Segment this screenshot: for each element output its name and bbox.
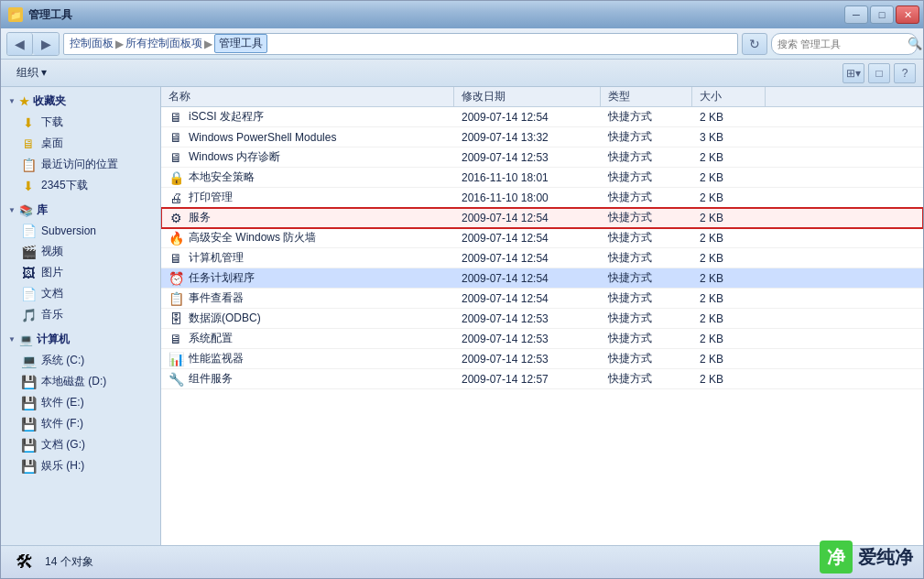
desktop-icon: 🖥 — [21, 137, 36, 151]
file-cell-name: ⏰ 任务计划程序 — [161, 270, 454, 286]
refresh-button[interactable]: ↻ — [742, 33, 767, 55]
file-icon: 🔧 — [168, 372, 183, 387]
file-cell-type: 快捷方式 — [601, 109, 692, 125]
file-cell-name: 🖨 打印管理 — [161, 190, 454, 205]
maximize-button[interactable]: □ — [870, 5, 894, 24]
table-row[interactable]: 🖨 打印管理 2016-11-10 18:00 快捷方式 2 KB — [161, 188, 923, 208]
file-name: 组件服务 — [189, 371, 233, 387]
address-path[interactable]: 控制面板 ▶ 所有控制面板项 ▶ 管理工具 — [63, 33, 738, 55]
sidebar-item-h[interactable]: 💾 娱乐 (H:) — [1, 455, 160, 476]
file-cell-name: 🖥 系统配置 — [161, 331, 454, 346]
sidebar-item-c[interactable]: 💻 系统 (C:) — [1, 350, 160, 371]
drive-g-icon: 💾 — [21, 438, 36, 453]
favorites-icon: ★ — [19, 95, 29, 108]
col-header-date[interactable]: 修改日期 — [454, 87, 601, 106]
sidebar-item-recent[interactable]: 📋 最近访问的位置 — [1, 154, 160, 175]
sidebar-item-c-label: 系统 (C:) — [41, 353, 84, 368]
forward-button[interactable]: ▶ — [33, 33, 59, 55]
main-content: ▼ ★ 收藏夹 ⬇ 下载 🖥 桌面 📋 最近访问的位置 ⬇ — [1, 87, 923, 545]
organize-button[interactable]: 组织 ▾ — [8, 63, 55, 83]
nav-buttons: ◀ ▶ — [6, 32, 60, 56]
sidebar-item-2345-label: 2345下载 — [41, 178, 88, 193]
table-row[interactable]: 🖥 Windows PowerShell Modules 2009-07-14 … — [161, 127, 923, 147]
table-row[interactable]: 📊 性能监视器 2009-07-14 12:53 快捷方式 2 KB — [161, 349, 923, 369]
sidebar-item-f[interactable]: 💾 软件 (F:) — [1, 413, 160, 434]
file-cell-size: 2 KB — [692, 333, 766, 345]
favorites-header[interactable]: ▼ ★ 收藏夹 — [1, 91, 160, 112]
window-icon: 📁 — [8, 7, 23, 22]
table-row[interactable]: 🖥 系统配置 2009-07-14 12:53 快捷方式 2 KB — [161, 329, 923, 349]
computer-icon: 💻 — [19, 333, 33, 346]
sidebar-item-e[interactable]: 💾 软件 (E:) — [1, 392, 160, 413]
sidebar-item-d-label: 本地磁盘 (D:) — [41, 374, 106, 389]
computer-header[interactable]: ▼ 💻 计算机 — [1, 329, 160, 350]
table-row[interactable]: 🔥 高级安全 Windows 防火墙 2009-07-14 12:54 快捷方式… — [161, 228, 923, 248]
file-icon: 🖥 — [168, 332, 183, 346]
back-button[interactable]: ◀ — [7, 33, 33, 55]
view-layout-button[interactable]: □ — [868, 63, 890, 83]
2345-icon: ⬇ — [21, 179, 36, 193]
library-label: 库 — [37, 202, 48, 218]
table-row[interactable]: 🖥 计算机管理 2009-07-14 12:54 快捷方式 2 KB — [161, 248, 923, 268]
file-icon: 🔒 — [168, 170, 183, 185]
sidebar-item-desktop[interactable]: 🖥 桌面 — [1, 133, 160, 154]
drive-c-icon: 💻 — [21, 354, 36, 368]
sidebar-item-music[interactable]: 🎵 音乐 — [1, 304, 160, 325]
file-cell-date: 2009-07-14 12:53 — [454, 151, 601, 164]
sidebar-item-pictures-label: 图片 — [41, 265, 63, 280]
file-cell-size: 2 KB — [692, 272, 766, 285]
video-icon: 🎬 — [21, 245, 36, 259]
view-toggle-button[interactable]: ⊞▾ — [842, 63, 864, 83]
watermark-text: 爱纯净 — [858, 545, 913, 570]
file-name: Windows PowerShell Modules — [189, 131, 336, 144]
col-header-name[interactable]: 名称 — [161, 87, 454, 106]
file-icon: 🖨 — [168, 191, 183, 205]
close-button[interactable]: ✕ — [896, 5, 919, 24]
file-cell-name: 🔧 组件服务 — [161, 371, 454, 387]
table-row[interactable]: 🖥 Windows 内存诊断 2009-07-14 12:53 快捷方式 2 K… — [161, 147, 923, 168]
file-cell-size: 2 KB — [692, 151, 766, 164]
file-cell-type: 快捷方式 — [601, 311, 692, 326]
sidebar-item-pictures[interactable]: 🖼 图片 — [1, 262, 160, 283]
file-cell-name: 🗄 数据源(ODBC) — [161, 311, 454, 326]
file-name: 服务 — [189, 210, 211, 225]
sidebar-item-d[interactable]: 💾 本地磁盘 (D:) — [1, 371, 160, 392]
sidebar-item-g-label: 文档 (G:) — [41, 437, 85, 453]
file-cell-type: 快捷方式 — [601, 351, 692, 366]
computer-label: 计算机 — [37, 332, 70, 347]
col-header-size[interactable]: 大小 — [692, 87, 766, 106]
sidebar-item-music-label: 音乐 — [41, 307, 63, 322]
sidebar-item-g[interactable]: 💾 文档 (G:) — [1, 434, 160, 455]
sidebar-section-library: ▼ 📚 库 📄 Subversion 🎬 视频 🖼 图片 📄 — [1, 200, 160, 325]
sidebar-item-video[interactable]: 🎬 视频 — [1, 241, 160, 262]
file-cell-date: 2009-07-14 12:53 — [454, 333, 601, 345]
col-header-type[interactable]: 类型 — [601, 87, 692, 106]
sidebar-item-subversion[interactable]: 📄 Subversion — [1, 221, 160, 241]
table-row[interactable]: 🔒 本地安全策略 2016-11-10 18:01 快捷方式 2 KB — [161, 168, 923, 188]
search-icon[interactable]: 🔍 — [908, 37, 922, 50]
table-row[interactable]: ⏰ 任务计划程序 2009-07-14 12:54 快捷方式 2 KB — [161, 268, 923, 289]
file-cell-name: 🖥 iSCSI 发起程序 — [161, 109, 454, 125]
path-segment-2[interactable]: 所有控制面板项 — [125, 36, 202, 51]
minimize-button[interactable]: ─ — [844, 5, 868, 24]
file-cell-date: 2009-07-14 12:53 — [454, 312, 601, 325]
table-row[interactable]: 🖥 iSCSI 发起程序 2009-07-14 12:54 快捷方式 2 KB — [161, 107, 923, 127]
table-row[interactable]: ⚙ 服务 2009-07-14 12:54 快捷方式 2 KB — [161, 208, 923, 228]
library-arrow: ▼ — [8, 206, 16, 214]
path-current[interactable]: 管理工具 — [214, 34, 267, 53]
file-name: 性能监视器 — [189, 351, 244, 366]
table-row[interactable]: 🗄 数据源(ODBC) 2009-07-14 12:53 快捷方式 2 KB — [161, 309, 923, 329]
search-input[interactable] — [777, 38, 904, 49]
file-cell-date: 2016-11-10 18:01 — [454, 171, 601, 184]
table-row[interactable]: 📋 事件查看器 2009-07-14 12:54 快捷方式 2 KB — [161, 289, 923, 309]
file-cell-date: 2009-07-14 12:54 — [454, 111, 601, 124]
help-button[interactable]: ? — [894, 63, 916, 83]
sidebar-item-2345[interactable]: ⬇ 2345下载 — [1, 175, 160, 196]
sidebar-item-docs[interactable]: 📄 文档 — [1, 283, 160, 304]
file-cell-date: 2009-07-14 12:54 — [454, 292, 601, 305]
library-header[interactable]: ▼ 📚 库 — [1, 200, 160, 221]
search-box[interactable]: 🔍 — [771, 33, 918, 55]
sidebar-item-download[interactable]: ⬇ 下载 — [1, 112, 160, 133]
path-segment-1[interactable]: 控制面板 — [70, 36, 114, 51]
table-row[interactable]: 🔧 组件服务 2009-07-14 12:57 快捷方式 2 KB — [161, 369, 923, 389]
